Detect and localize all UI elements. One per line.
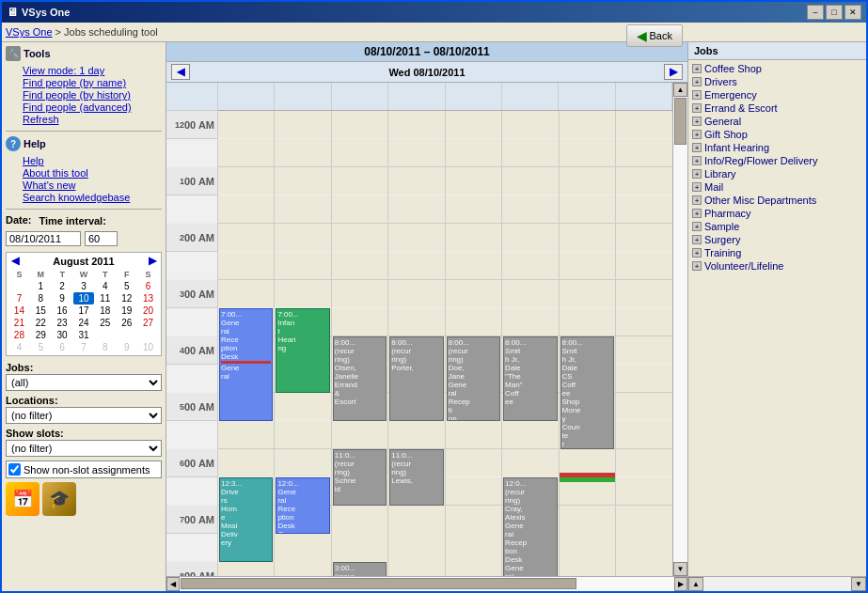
jobs-scrollbar[interactable]: ▲ ▼ (688, 576, 866, 591)
cal-day[interactable]: 6 (52, 341, 73, 353)
hscroll-right-btn[interactable]: ▶ (674, 577, 687, 591)
close-button[interactable]: ✕ (844, 5, 861, 20)
minimize-button[interactable]: – (807, 5, 824, 20)
cal-day[interactable]: 18 (94, 304, 116, 317)
job-item-general[interactable]: + General (690, 115, 864, 128)
find-by-history-link[interactable]: Find people (by history) (23, 89, 162, 101)
event-smith-jr[interactable]: 8:00...Smith Jr,Dale"TheMan"Coffee (503, 336, 557, 421)
cal-day[interactable]: 14 (8, 304, 30, 317)
event-general-reception-2[interactable]: 12:0...GeneralReceptionDeskGeneral (276, 477, 329, 534)
expand-icon-sample[interactable]: + (692, 222, 702, 231)
help-link[interactable]: Help (23, 155, 162, 166)
jobs-filter-select[interactable]: (all) (6, 374, 162, 391)
event-coffee-shop[interactable]: 8:00...Smith Jr,DaleCSCoffeeShopMoneyCou… (560, 336, 614, 449)
jobs-scroll-down[interactable]: ▼ (851, 577, 866, 591)
job-item-pharmacy[interactable]: + Pharmacy (690, 207, 864, 220)
cal-day[interactable]: 4 (94, 280, 116, 292)
expand-icon-gift-shop[interactable]: + (692, 130, 702, 139)
job-item-info-reg[interactable]: + Info/Reg/Flower Delivery (690, 154, 864, 167)
cal-day[interactable]: 11 (94, 292, 116, 304)
cal-next-button[interactable]: ▶ (664, 64, 683, 80)
cal-day[interactable]: 9 (52, 292, 73, 304)
expand-icon-volunteer[interactable]: + (692, 261, 702, 271)
show-non-slot-checkbox[interactable] (8, 463, 21, 476)
expand-icon-library[interactable]: + (692, 169, 702, 179)
cal-day[interactable]: 15 (30, 304, 52, 317)
expand-icon-mail[interactable]: + (692, 182, 702, 192)
expand-icon-infant-hearing[interactable]: + (692, 143, 702, 152)
event-general-reception[interactable]: 7:00...GeneralReceptionDeskGeneral (219, 308, 273, 421)
cal-day[interactable]: 8 (30, 292, 52, 304)
cal-next-btn[interactable]: ▶ (146, 255, 159, 267)
refresh-link[interactable]: Refresh (23, 114, 162, 125)
expand-icon-other-misc[interactable]: + (692, 195, 702, 205)
cal-day[interactable]: 30 (52, 329, 73, 341)
cal-day[interactable] (8, 280, 30, 292)
scroll-up-btn[interactable]: ▲ (673, 83, 687, 97)
hscroll-left-btn[interactable]: ◀ (166, 577, 180, 591)
event-cray[interactable]: 12:0...(recurring)Cray,AlexisGeneralRece… (503, 477, 557, 576)
expand-icon-pharmacy[interactable]: + (692, 209, 702, 218)
event-porter[interactable]: 8:00...(recurring)Porter, (389, 336, 443, 421)
cal-day[interactable]: 7 (73, 341, 95, 353)
job-item-sample[interactable]: + Sample (690, 220, 864, 233)
expand-icon-info-reg[interactable]: + (692, 156, 702, 165)
cal-day[interactable]: 31 (73, 329, 95, 341)
jobs-scroll-up[interactable]: ▲ (688, 577, 703, 591)
expand-icon-general[interactable]: + (692, 117, 702, 126)
hscroll-thumb[interactable] (181, 578, 576, 589)
scroll-down-btn[interactable]: ▼ (673, 562, 687, 576)
event-olsen[interactable]: 8:00...(recurring)Olsen,JanelleErrand&Es… (333, 336, 387, 421)
event-doe[interactable]: 8:00...(recurring)Doe,JaneGeneralRecepti… (447, 336, 500, 421)
cal-day[interactable]: 6 (137, 280, 159, 292)
event-infant-hearing[interactable]: 7:00...InfantHearing (276, 308, 329, 393)
cal-prev-btn[interactable]: ◀ (8, 255, 22, 267)
job-item-errand[interactable]: + Errand & Escort (690, 101, 864, 115)
job-item-library[interactable]: + Library (690, 167, 864, 180)
cal-day[interactable]: 7 (8, 292, 30, 304)
expand-icon-training[interactable]: + (692, 248, 702, 257)
job-item-drivers[interactable]: + Drivers (690, 75, 864, 88)
event-donova[interactable]: 3:00...(recurring)Donova (333, 562, 387, 576)
knowledgebase-link[interactable]: Search knowledgebase (23, 192, 162, 203)
event-lewis[interactable]: 11:0...(recurring)Lewis, (389, 449, 443, 506)
cal-day[interactable]: 28 (8, 329, 30, 341)
cal-day[interactable]: 20 (137, 304, 159, 317)
whats-new-link[interactable]: What's new (23, 179, 162, 191)
vertical-scrollbar[interactable]: ▲ ▼ (672, 83, 687, 576)
find-by-name-link[interactable]: Find people (by name) (23, 77, 162, 88)
events-scroll-area[interactable]: 7:00...GeneralReceptionDeskGeneral 12:3.… (218, 111, 672, 576)
cal-day[interactable]: 4 (8, 341, 30, 353)
find-advanced-link[interactable]: Find people (advanced) (23, 101, 162, 113)
cal-day[interactable]: 2 (52, 280, 73, 292)
scroll-thumb[interactable] (674, 98, 687, 145)
cal-day[interactable]: 19 (116, 304, 137, 317)
cal-day[interactable] (94, 329, 116, 341)
expand-icon-coffee-shop[interactable]: + (692, 64, 702, 73)
expand-icon-surgery[interactable]: + (692, 235, 702, 244)
job-item-infant-hearing[interactable]: + Infant Hearing (690, 141, 864, 154)
cal-day-today[interactable]: 10 (73, 292, 95, 304)
cal-day[interactable] (116, 329, 137, 341)
about-tool-link[interactable]: About this tool (23, 167, 162, 179)
cal-day[interactable]: 5 (116, 280, 137, 292)
cal-day[interactable]: 3 (73, 280, 95, 292)
cal-day[interactable]: 25 (94, 317, 116, 329)
cal-day[interactable]: 24 (73, 317, 95, 329)
cal-day[interactable]: 8 (94, 341, 116, 353)
job-item-other-misc[interactable]: + Other Misc Departments (690, 194, 864, 207)
cal-day[interactable]: 9 (116, 341, 137, 353)
cal-day[interactable] (137, 329, 159, 341)
job-item-coffee-shop[interactable]: + Coffee Shop (690, 62, 864, 75)
job-item-surgery[interactable]: + Surgery (690, 233, 864, 246)
cal-day[interactable]: 1 (30, 280, 52, 292)
expand-icon-emergency[interactable]: + (692, 90, 702, 100)
cal-day[interactable]: 26 (116, 317, 137, 329)
expand-icon-errand[interactable]: + (692, 103, 702, 113)
horizontal-scrollbar[interactable]: ◀ ▶ (166, 576, 687, 591)
cal-day[interactable]: 22 (30, 317, 52, 329)
cal-day[interactable]: 16 (52, 304, 73, 317)
event-drivers[interactable]: 12:3...DriversHomeMealDelivery (219, 477, 273, 562)
maximize-button[interactable]: □ (826, 5, 843, 20)
job-item-emergency[interactable]: + Emergency (690, 88, 864, 101)
